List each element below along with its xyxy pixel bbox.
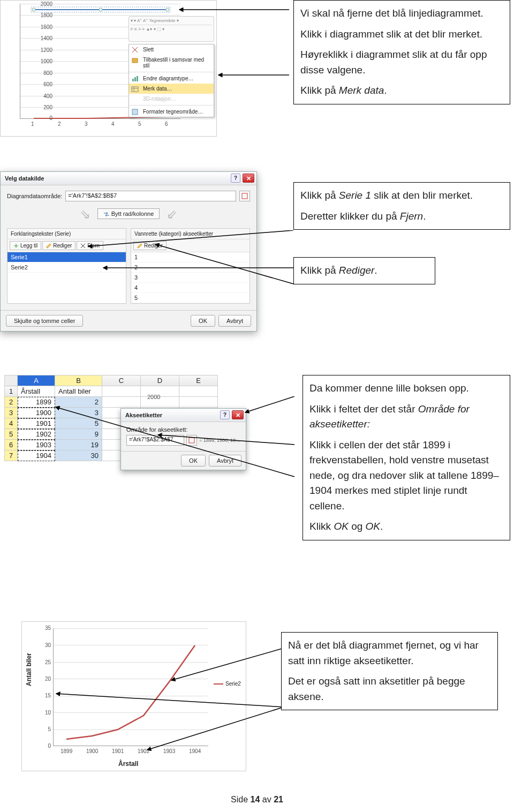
column-header-a[interactable]: A: [18, 375, 55, 386]
column-header-e[interactable]: E: [179, 375, 218, 386]
callout-text: Klikk OK og OK.: [309, 519, 503, 535]
column-header-b[interactable]: B: [55, 375, 102, 386]
ctx-select-data[interactable]: Merk data…: [129, 84, 214, 94]
svg-rect-9: [137, 76, 138, 81]
row-header[interactable]: 6: [5, 440, 18, 450]
cell[interactable]: 30: [55, 450, 102, 461]
row-header[interactable]: 5: [5, 429, 18, 440]
cell[interactable]: 1900: [18, 408, 55, 418]
ctx-format-plot-area[interactable]: Formater tegneområde…: [129, 107, 214, 117]
cell[interactable]: Antall biler: [55, 386, 102, 397]
cell[interactable]: 2: [55, 397, 102, 408]
xtick: 1901: [112, 748, 124, 754]
legend-serie2[interactable]: Serie2: [214, 681, 241, 687]
row-header[interactable]: 7: [5, 450, 18, 461]
ytick: 1200: [41, 47, 52, 53]
series2-line[interactable]: [66, 645, 195, 739]
cell[interactable]: Årstall: [18, 386, 55, 397]
axis-label-item[interactable]: 2: [131, 262, 250, 273]
cell[interactable]: [102, 386, 141, 397]
cell[interactable]: [102, 397, 141, 408]
cell[interactable]: 9: [55, 429, 102, 440]
svg-rect-20: [189, 438, 194, 443]
cancel-button[interactable]: Avbryt: [218, 315, 251, 327]
row-header[interactable]: 3: [5, 408, 18, 418]
xtick: 1900: [86, 748, 98, 754]
cell[interactable]: 1904: [18, 450, 55, 461]
overlay-chart-tick: 2000: [147, 394, 160, 400]
ok-button[interactable]: OK: [191, 315, 215, 327]
axis-range-input[interactable]: ='Ark7'!$A$2:$A$7: [126, 435, 184, 446]
cell[interactable]: [179, 386, 218, 397]
cell[interactable]: 1899: [18, 397, 55, 408]
ctx-delete[interactable]: Slett: [129, 44, 214, 55]
format-icon: [131, 108, 139, 116]
help-button[interactable]: ?: [220, 410, 230, 419]
ytick: 1800: [41, 12, 52, 18]
close-button[interactable]: ✕: [232, 410, 244, 419]
cell[interactable]: [179, 397, 218, 408]
chart-range-input[interactable]: ='Ark7'!$A$2:$B$7: [65, 191, 236, 201]
plot-area-4[interactable]: [53, 628, 208, 746]
edit-series-button[interactable]: Rediger: [42, 241, 75, 250]
dialog-title: Velg datakilde ? ✕: [1, 172, 256, 185]
ytick: 2000: [41, 1, 52, 7]
swap-arrow-right-icon: ⇙: [167, 207, 177, 222]
callout-3: Da kommer denne lille boksen opp. Klikk …: [303, 375, 510, 540]
close-button[interactable]: ✕: [243, 174, 254, 183]
range-picker-button[interactable]: [186, 435, 197, 446]
axis-label-item[interactable]: 3: [131, 273, 250, 283]
cancel-button[interactable]: Avbryt: [209, 455, 241, 467]
ytick: 20: [40, 676, 51, 682]
column-header-d[interactable]: D: [141, 375, 179, 386]
cell[interactable]: 1902: [18, 429, 55, 440]
swap-arrow-left-icon: ⇘: [80, 207, 90, 222]
add-series-button[interactable]: Legg til: [10, 241, 41, 250]
series-item-serie2[interactable]: Serie2: [7, 262, 126, 273]
svg-rect-8: [134, 77, 136, 81]
ctx-3d-rotation: 3D-rotasjon…: [129, 94, 214, 104]
cell[interactable]: 19: [55, 440, 102, 450]
callout-text: Klikk i feltet der det står Område for a…: [309, 402, 503, 432]
row-header[interactable]: 1: [5, 386, 18, 397]
callout-2: Klikk på Serie 1 slik at den blir merket…: [293, 182, 510, 230]
axis-label-item[interactable]: 1: [131, 252, 250, 262]
mini-toolbar[interactable]: ▾ ▾ A˄ A˅ Tegneområde ▾ F K ≡ ≡ ▲▾ ▾ ⬚ ▾: [128, 16, 214, 42]
help-button[interactable]: ?: [231, 174, 240, 183]
select-all-cell[interactable]: [5, 375, 18, 386]
svg-rect-6: [132, 58, 138, 63]
column-header-c[interactable]: C: [102, 375, 141, 386]
cell[interactable]: 3: [55, 408, 102, 418]
row-header[interactable]: 4: [5, 418, 18, 429]
ytick: 800: [43, 70, 52, 76]
pencil-icon: [46, 243, 51, 249]
svg-point-3: [166, 8, 169, 11]
series-item-serie1[interactable]: Serie1: [7, 252, 126, 262]
axis-label-item[interactable]: 5: [131, 293, 250, 303]
svg-rect-10: [132, 87, 138, 92]
callout-1: Vi skal nå fjerne det blå linjediagramme…: [293, 0, 510, 104]
hidden-cells-button[interactable]: Skjulte og tomme celler: [6, 315, 83, 327]
ctx-reset-style[interactable]: Tilbakestill i samsvar med stil: [129, 55, 214, 71]
ytick: 0: [49, 115, 52, 121]
legend-series-header: Forklaringstekster (Serie): [7, 229, 126, 239]
swap-row-column-button[interactable]: Bytt rad/kolonne: [97, 208, 160, 219]
ytick: 1600: [41, 24, 52, 30]
edit-axis-labels-button[interactable]: Rediger: [133, 241, 167, 250]
row-header[interactable]: 2: [5, 397, 18, 408]
x-axis-title[interactable]: Årstall: [118, 760, 138, 768]
axis-label-item[interactable]: 4: [131, 283, 250, 293]
y-axis-title[interactable]: Antall biler: [25, 653, 33, 686]
callout-text: Klikk på Merk data.: [300, 83, 503, 99]
callout-text: Da kommer denne lille boksen opp.: [309, 381, 503, 396]
cell[interactable]: 5: [55, 418, 102, 429]
remove-series-button[interactable]: Fjern: [77, 241, 103, 250]
svg-rect-16: [242, 193, 247, 199]
xtick: 1902: [138, 748, 149, 754]
cell[interactable]: 1903: [18, 440, 55, 450]
range-picker-button[interactable]: [239, 191, 250, 201]
ctx-change-chart-type[interactable]: Endre diagramtype…: [129, 73, 214, 84]
ok-button[interactable]: OK: [181, 455, 206, 467]
cell[interactable]: 1901: [18, 418, 55, 429]
select-data-icon: [131, 85, 139, 93]
